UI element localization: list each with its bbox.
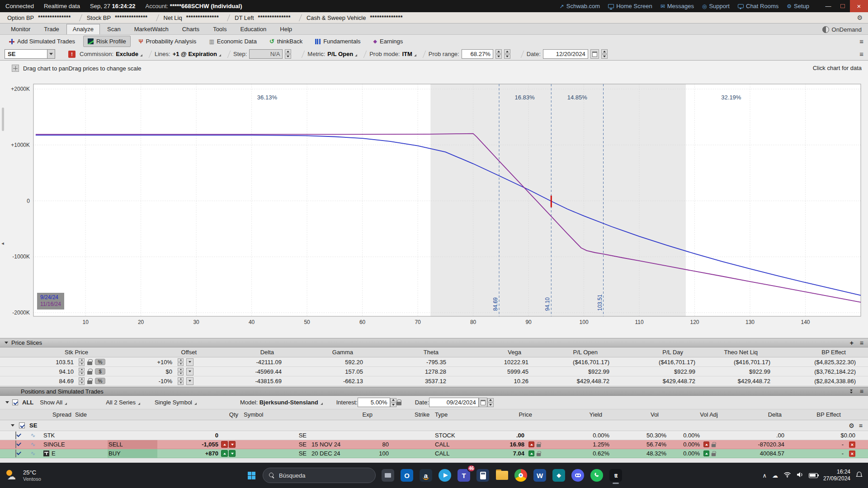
symbol-dropdown-button[interactable] (47, 50, 55, 58)
stepper-up-button[interactable] (79, 358, 85, 362)
stepper-down-button[interactable] (285, 54, 291, 59)
risk-profile-chart[interactable]: 102030405060708090100110120130140+2000K+… (0, 61, 868, 338)
chat-rooms-link[interactable]: Chat Rooms (738, 3, 778, 9)
tab-tools[interactable]: Tools (207, 24, 233, 34)
lines-dropdown[interactable]: Lines:+1 @ Expiration (155, 51, 221, 57)
symbol-group-row[interactable]: SE ⚙ ≡ (0, 420, 868, 431)
tab-thinkback[interactable]: ↺thinkBack (265, 36, 307, 47)
symbol-input[interactable]: SE (5, 49, 55, 59)
unit-toggle[interactable]: % (95, 359, 105, 365)
col-gamma[interactable]: Gamma (283, 349, 364, 356)
positions-menu-icon[interactable]: ≡ (860, 388, 863, 395)
position-row-sell[interactable]: ∿ SINGLE SELL -1,055 SE 15 NOV 24 80 CAL… (0, 440, 868, 449)
subtab-menu-icon[interactable]: ≡ (859, 38, 863, 45)
qty-cell[interactable]: -1,055 (157, 441, 218, 448)
col-yield[interactable]: Yield (549, 411, 611, 418)
lock-icon[interactable] (396, 402, 401, 405)
date-stepper[interactable] (601, 49, 608, 59)
side-cell[interactable]: BUY (108, 449, 157, 458)
symbol-mode-dropdown[interactable]: Single Symbol (155, 399, 197, 406)
setup-link[interactable]: ⚙Setup (787, 3, 809, 9)
date-input[interactable]: 12/20/2024 (543, 49, 588, 59)
qty-down-button[interactable] (229, 441, 236, 448)
group-gear-icon[interactable]: ⚙ (849, 422, 854, 429)
interest-stepper[interactable] (390, 398, 396, 407)
taskbar-app-tt[interactable]: tt (607, 466, 625, 484)
taskbar-app-teams[interactable]: T46 (455, 466, 473, 484)
tab-education[interactable]: Education (234, 24, 273, 34)
col-bp-effect[interactable]: BP Effect (771, 349, 868, 356)
model-dropdown[interactable]: Model: Bjerksund-Stensland (240, 399, 323, 406)
notifications-bell-icon[interactable] (856, 471, 863, 479)
type-cell[interactable]: CALL (389, 441, 470, 448)
col-offset[interactable]: Offset (158, 349, 197, 356)
slice-price[interactable]: 103.51 (0, 359, 75, 366)
tab-marketwatch[interactable]: MarketWatch (128, 24, 175, 34)
offset-stepper[interactable] (178, 368, 184, 375)
side-cell[interactable]: SELL (108, 440, 157, 449)
slice-offset[interactable]: -10% (136, 378, 174, 385)
schwab-link[interactable]: ↗Schwab.com (560, 3, 600, 9)
row-checkbox[interactable] (15, 432, 16, 439)
price-slices-menu-icon[interactable]: ≡ (860, 339, 863, 347)
volume-icon[interactable] (797, 472, 803, 479)
slice-dropdown-button[interactable] (186, 358, 193, 366)
stepper-up-button[interactable] (504, 49, 510, 54)
lock-icon[interactable] (87, 380, 92, 384)
tab-scan[interactable]: Scan (101, 24, 127, 34)
toolbar-menu-icon[interactable]: ≡ (859, 50, 863, 58)
minimize-button[interactable]: — (821, 0, 835, 12)
price-up-button[interactable] (528, 441, 534, 447)
positions-header[interactable]: Positions and Simulated Trades ≡ (0, 387, 868, 396)
qty-up-button[interactable] (221, 441, 228, 448)
gadget-option-bp[interactable]: Option BP************** (7, 14, 71, 21)
home-screen-link[interactable]: Home Screen (608, 3, 652, 9)
stepper-down-button[interactable] (504, 54, 510, 59)
type-cell[interactable]: CALL (389, 450, 470, 457)
col-type[interactable]: Type (389, 411, 470, 418)
offset-stepper[interactable] (178, 377, 184, 385)
pos-date-input[interactable]: 09/24/2024 (429, 398, 479, 407)
vol-adj-cell[interactable]: 0.00% (668, 450, 702, 457)
ondemand-toggle[interactable]: OnDemand (822, 26, 868, 34)
stepper-down-button[interactable] (601, 54, 608, 59)
price-slice-row[interactable]: 103.51 % +10% -42111.09 592.20 -795.35 1… (0, 357, 868, 367)
lock-icon[interactable] (87, 371, 92, 375)
support-link[interactable]: ◎Support (702, 3, 730, 9)
tab-risk-profile[interactable]: Risk Profile (83, 36, 131, 47)
unit-toggle[interactable]: % (95, 378, 105, 384)
pair-trade-icon[interactable] (43, 450, 49, 456)
taskbar-weather-widget[interactable]: ☁ 25°CVentoso (5, 463, 41, 488)
stepper-down-button[interactable] (495, 54, 502, 59)
col-vega[interactable]: Vega (448, 349, 530, 356)
price-up-button[interactable] (528, 450, 534, 456)
metric-dropdown[interactable]: Metric:P/L Open (307, 51, 357, 57)
restore-button[interactable] (835, 0, 850, 12)
add-simulated-trades-button[interactable]: Add Simulated Trades (5, 36, 80, 47)
stepper-up-button[interactable] (495, 49, 502, 54)
price-cell[interactable]: .00 (470, 432, 527, 439)
col-vol[interactable]: Vol (611, 411, 668, 418)
col-price[interactable]: Price (476, 411, 532, 418)
tab-fundamentals[interactable]: Fundamentals (311, 36, 365, 47)
qty-up-button[interactable] (221, 450, 228, 457)
tab-trade[interactable]: Trade (38, 24, 65, 34)
taskbar-app-whatsapp[interactable] (588, 466, 606, 484)
onedrive-cloud-icon[interactable]: ☁ (772, 473, 778, 479)
prob-mode-dropdown[interactable]: Prob mode:ITM (369, 51, 416, 57)
gadget-cash-sweep[interactable]: Cash & Sweep Vehicle************** (307, 14, 403, 21)
price-slices-header[interactable]: Price Slices + ≡ (0, 338, 868, 347)
tab-help[interactable]: Help (274, 24, 298, 34)
taskbar-app-discord[interactable] (569, 466, 587, 484)
close-button[interactable]: × (850, 0, 868, 12)
col-exp[interactable]: Exp (307, 411, 374, 418)
interest-input[interactable]: 5.00% (358, 398, 390, 407)
col-side[interactable]: Side (75, 411, 125, 418)
qty-down-button[interactable] (229, 450, 236, 457)
taskbar-app-calculator[interactable] (474, 466, 492, 484)
price-cell[interactable]: 7.04 (470, 450, 527, 457)
vol-adj-up-button[interactable] (703, 441, 709, 447)
slice-dropdown-button[interactable] (186, 368, 193, 375)
tab-earnings[interactable]: ◆Earnings (369, 36, 408, 47)
taskbar-app-dark-window[interactable] (379, 466, 397, 484)
